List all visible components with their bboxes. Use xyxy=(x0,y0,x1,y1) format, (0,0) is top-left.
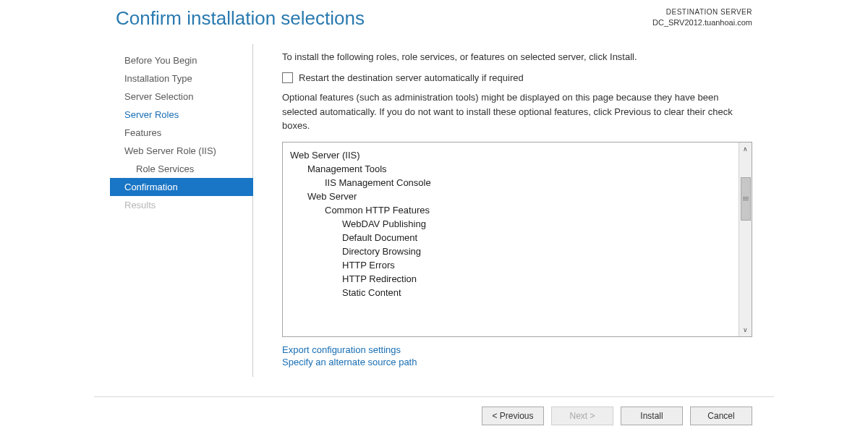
wizard-sidebar: Before You BeginInstallation TypeServer … xyxy=(116,44,253,377)
tree-scrollbar[interactable]: ∧ ∨ xyxy=(739,142,752,336)
cancel-button[interactable]: Cancel xyxy=(690,407,752,425)
install-button[interactable]: Install xyxy=(621,407,683,425)
page-title: Confirm installation selections xyxy=(116,7,365,30)
destination-server-label: DESTINATION SERVER xyxy=(652,7,752,17)
sidebar-item-before-you-begin[interactable]: Before You Begin xyxy=(116,51,252,69)
tree-node: Static Content xyxy=(287,286,734,299)
intro-text: To install the following roles, role ser… xyxy=(282,51,752,62)
previous-button[interactable]: < Previous xyxy=(482,407,544,425)
sidebar-item-web-server-role-iis-[interactable]: Web Server Role (IIS) xyxy=(116,142,252,160)
restart-checkbox-label: Restart the destination server automatic… xyxy=(299,72,524,83)
destination-server-box: DESTINATION SERVER DC_SRV2012.tuanhoai.c… xyxy=(652,7,752,28)
restart-checkbox[interactable] xyxy=(282,72,293,83)
tree-node: Default Document xyxy=(287,231,734,244)
tree-node: HTTP Redirection xyxy=(287,272,734,286)
sidebar-item-server-selection[interactable]: Server Selection xyxy=(116,88,252,106)
restart-checkbox-row[interactable]: Restart the destination server automatic… xyxy=(282,72,752,83)
content-pane: To install the following roles, role ser… xyxy=(282,44,752,377)
sidebar-item-server-roles[interactable]: Server Roles xyxy=(116,106,252,124)
sidebar-item-installation-type[interactable]: Installation Type xyxy=(116,69,252,88)
tree-node: Management Tools xyxy=(287,162,734,176)
destination-server-value: DC_SRV2012.tuanhoai.com xyxy=(652,17,752,28)
alternate-source-link[interactable]: Specify an alternate source path xyxy=(282,357,752,367)
tree-node: IIS Management Console xyxy=(287,176,734,190)
sidebar-item-features[interactable]: Features xyxy=(116,124,252,142)
selections-tree-container: Web Server (IIS)Management ToolsIIS Mana… xyxy=(282,142,752,337)
tree-node: Common HTTP Features xyxy=(287,203,734,217)
sidebar-item-role-services[interactable]: Role Services xyxy=(116,160,252,178)
wizard-footer: < Previous Next > Install Cancel xyxy=(94,396,774,434)
scroll-track[interactable] xyxy=(739,156,752,323)
tree-node: WebDAV Publishing xyxy=(287,217,734,231)
optional-features-text: Optional features (such as administratio… xyxy=(282,90,752,133)
selections-tree: Web Server (IIS)Management ToolsIIS Mana… xyxy=(283,142,739,336)
tree-node: HTTP Errors xyxy=(287,258,734,272)
sidebar-item-results: Results xyxy=(116,196,252,214)
tree-node: Web Server xyxy=(287,190,734,203)
next-button: Next > xyxy=(551,407,613,425)
scroll-thumb[interactable] xyxy=(741,177,751,221)
tree-node: Web Server (IIS) xyxy=(287,148,734,162)
scroll-up-icon[interactable]: ∧ xyxy=(739,142,752,156)
export-config-link[interactable]: Export configuration settings xyxy=(282,344,752,355)
sidebar-item-confirmation[interactable]: Confirmation xyxy=(110,178,253,196)
tree-node: Directory Browsing xyxy=(287,244,734,258)
scroll-down-icon[interactable]: ∨ xyxy=(739,323,752,336)
scroll-grip-icon xyxy=(743,197,749,201)
